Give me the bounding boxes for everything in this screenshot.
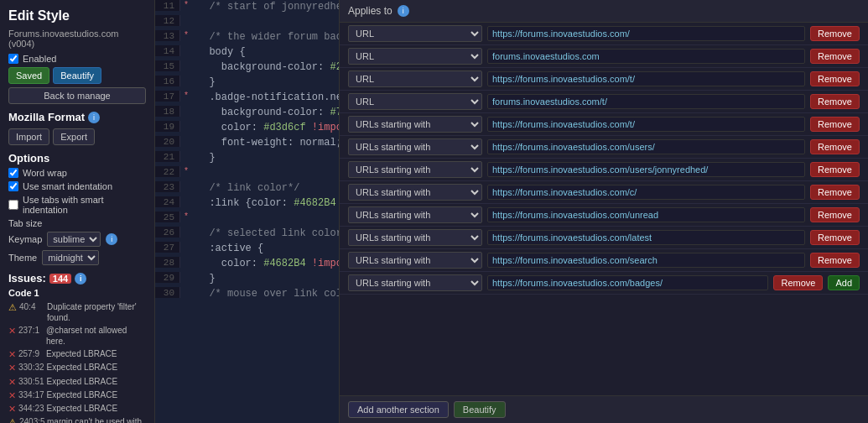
remove-button[interactable]: Remove (810, 185, 860, 200)
code-line: 20 font-weight: normal; (155, 136, 339, 151)
remove-button[interactable]: Remove (810, 230, 860, 245)
url-input[interactable] (487, 230, 805, 245)
issue-icon: ✕ (8, 389, 16, 401)
line-content: } (192, 76, 216, 88)
line-content: font-weight: normal; (192, 136, 340, 149)
code-line: 30 /* mouse over link color */ (155, 287, 339, 302)
issue-line: 344:23 (18, 403, 44, 414)
url-input[interactable] (487, 207, 805, 222)
line-number: 29 (155, 272, 180, 283)
issue-msg: Duplicate property 'filter' found. (47, 301, 146, 323)
remove-button[interactable]: Remove (810, 49, 860, 64)
url-input[interactable] (487, 275, 768, 290)
url-type-select[interactable]: URLURLs starting withURLs ending withURL… (348, 48, 482, 65)
code-lines: 11* /* start of jonnyredhed edits */1213… (155, 0, 339, 302)
line-number: 11 (155, 0, 180, 11)
remove-button[interactable]: Remove (810, 94, 860, 109)
code-line: 14 body { (155, 45, 339, 60)
issue-icon: ✕ (8, 325, 16, 337)
line-gutter (180, 196, 192, 197)
line-gutter (180, 45, 192, 46)
url-row: URLURLs starting withURLs ending withURL… (340, 204, 868, 227)
remove-button[interactable]: Remove (810, 139, 860, 154)
remove-button[interactable]: Remove (773, 275, 823, 290)
back-to-manage-button[interactable]: Back to manage (8, 87, 146, 104)
url-input[interactable] (487, 26, 805, 41)
issues-label: Issues: (8, 272, 46, 285)
theme-row: Theme midnight default dracula (8, 250, 146, 265)
enabled-checkbox[interactable] (8, 54, 18, 64)
beautify-button-right[interactable]: Beautify (454, 401, 506, 418)
url-type-select[interactable]: URLURLs starting withURLs ending withURL… (348, 229, 482, 246)
theme-select[interactable]: midnight default dracula (42, 250, 99, 265)
remove-button[interactable]: Remove (810, 26, 860, 41)
url-input[interactable] (487, 117, 805, 132)
line-gutter (180, 121, 192, 122)
import-button[interactable]: Import (8, 128, 49, 145)
issue-msg: @charset not allowed here. (46, 325, 146, 347)
import-export-row: Import Export (8, 128, 146, 145)
line-gutter: * (180, 166, 192, 176)
saved-button[interactable]: Saved (8, 67, 49, 84)
url-type-select[interactable]: URLURLs starting withURLs ending withURL… (348, 70, 482, 87)
right-panel: Applies to i URLURLs starting withURLs e… (340, 0, 868, 423)
url-input[interactable] (487, 253, 805, 268)
smart-indent-checkbox[interactable] (8, 181, 18, 191)
url-input[interactable] (487, 94, 805, 109)
code-line: 29 } (155, 272, 339, 287)
url-type-select[interactable]: URLURLs starting withURLs ending withURL… (348, 274, 482, 291)
code-line: 12 (155, 15, 339, 30)
line-content: /* mouse over link color */ (192, 287, 340, 300)
remove-button[interactable]: Remove (810, 207, 860, 222)
url-input[interactable] (487, 185, 805, 200)
url-type-select[interactable]: URLURLs starting withURLs ending withURL… (348, 138, 482, 155)
url-input[interactable] (487, 162, 805, 177)
word-wrap-checkbox[interactable] (8, 168, 18, 178)
issue-icon: ✕ (8, 362, 16, 373)
url-row: URLURLs starting withURLs ending withURL… (340, 91, 868, 113)
url-type-select[interactable]: URLURLs starting withURLs ending withURL… (348, 25, 482, 42)
line-gutter: * (180, 30, 192, 40)
issues-list: ⚠40:4Duplicate property 'filter' found.✕… (8, 301, 146, 423)
beautify-button-left[interactable]: Beautify (53, 67, 101, 84)
keymap-info-icon[interactable]: i (106, 233, 117, 245)
code-line: 18 background-color: #778899 !important; (155, 106, 339, 121)
remove-button[interactable]: Remove (810, 253, 860, 268)
code-editor[interactable]: 11* /* start of jonnyredhed edits */1213… (155, 0, 340, 423)
line-number: 15 (155, 60, 180, 71)
line-gutter (180, 106, 192, 107)
remove-button[interactable]: Remove (810, 117, 860, 132)
line-content: :active { (192, 242, 263, 254)
add-another-section-button[interactable]: Add another section (348, 401, 449, 418)
export-button[interactable]: Export (53, 128, 95, 145)
url-type-select[interactable]: URLURLs starting withURLs ending withURL… (348, 161, 482, 178)
url-type-select[interactable]: URLURLs starting withURLs ending withURL… (348, 252, 482, 269)
url-input[interactable] (487, 71, 805, 86)
code-line: 19 color: #d3d6cf !important; /* a littl… (155, 121, 339, 136)
add-button[interactable]: Add (828, 275, 860, 290)
line-content: /* selected link color */ (192, 227, 340, 239)
keymap-select[interactable]: sublime default emacs vim (47, 232, 101, 247)
url-input[interactable] (487, 139, 805, 154)
issue-line: 330:51 (18, 376, 44, 387)
bottom-bar: Add another section Beautify (340, 395, 868, 423)
mozilla-format-info-icon[interactable]: i (88, 112, 100, 123)
issues-info-icon[interactable]: i (75, 273, 86, 285)
url-input[interactable] (487, 49, 805, 64)
line-number: 16 (155, 76, 180, 86)
url-type-select[interactable]: URLURLs starting withURLs ending withURL… (348, 116, 482, 133)
line-number: 27 (155, 242, 180, 253)
line-gutter: * (180, 0, 192, 10)
code-line: 25* (155, 212, 339, 227)
url-type-select[interactable]: URLURLs starting withURLs ending withURL… (348, 206, 482, 223)
line-number: 26 (155, 227, 180, 238)
options-label: Options (8, 152, 146, 164)
use-tabs-checkbox[interactable] (8, 200, 18, 210)
url-type-select[interactable]: URLURLs starting withURLs ending withURL… (348, 93, 482, 110)
applies-header: Applies to i (340, 0, 868, 23)
applies-info-icon[interactable]: i (398, 5, 409, 17)
remove-button[interactable]: Remove (810, 71, 860, 86)
issue-msg: Expected LBRACE (47, 389, 118, 400)
url-type-select[interactable]: URLURLs starting withURLs ending withURL… (348, 184, 482, 201)
remove-button[interactable]: Remove (810, 162, 860, 177)
